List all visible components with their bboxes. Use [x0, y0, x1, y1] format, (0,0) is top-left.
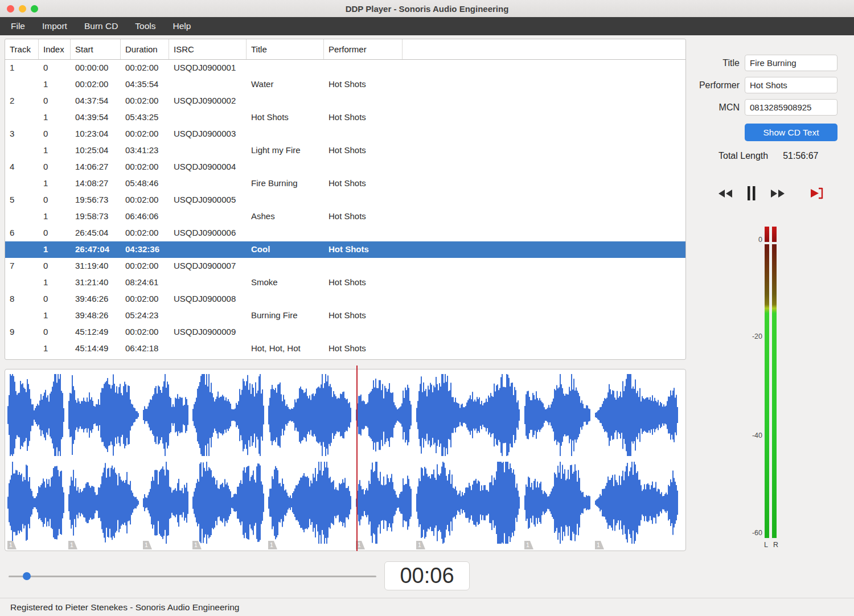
- window-title: DDP Player - Sonoris Audio Engineering: [0, 4, 854, 14]
- meter-bar-left: [765, 227, 769, 538]
- cell-index: 1: [39, 76, 71, 93]
- meter-scale-20: -20: [752, 332, 762, 340]
- position-slider[interactable]: [9, 572, 376, 581]
- cell-title: [247, 126, 324, 142]
- title-input[interactable]: [745, 55, 837, 71]
- column-header-isrc: ISRC: [169, 39, 247, 59]
- table-row[interactable]: 131:21:4008:24:61SmokeHot Shots: [5, 274, 685, 291]
- title-field-row: Title: [692, 55, 854, 71]
- waveform-track-segment[interactable]: 1: [524, 372, 591, 549]
- cell-performer: [324, 192, 403, 208]
- menu-burn-cd[interactable]: Burn CD: [76, 18, 126, 35]
- cell-track: 6: [5, 225, 39, 241]
- menu-help[interactable]: Help: [165, 18, 200, 35]
- cell-duration: 05:43:25: [121, 109, 169, 126]
- mcn-field-row: MCN: [692, 99, 854, 116]
- playhead[interactable]: [356, 366, 358, 551]
- waveform-track-segment[interactable]: 1: [68, 372, 139, 549]
- cell-duration: 00:02:00: [121, 126, 169, 142]
- meter-label-right: R: [773, 541, 778, 549]
- cell-isrc: USQDJ0900008: [169, 291, 247, 307]
- menu-tools[interactable]: Tools: [126, 18, 164, 35]
- table-row[interactable]: 2004:37:5400:02:00USQDJ0900002: [5, 93, 685, 109]
- mcn-input[interactable]: [745, 99, 837, 116]
- cell-performer: Hot Shots: [324, 241, 403, 258]
- waveform-track-segment[interactable]: 1: [595, 372, 678, 549]
- meter-bars: [765, 227, 777, 538]
- cell-isrc: USQDJ0900002: [169, 93, 247, 109]
- menu-import[interactable]: Import: [34, 18, 76, 35]
- meter-level-segment: [765, 244, 769, 538]
- menubar: File Import Burn CD Tools Help: [0, 17, 854, 35]
- waveform-track-segment[interactable]: 1: [143, 372, 188, 549]
- level-meter: 0 -20 -40 -60 L R: [715, 227, 794, 554]
- cell-isrc: USQDJ0900001: [169, 60, 247, 76]
- traffic-lights: [7, 0, 38, 17]
- cell-isrc: USQDJ0900005: [169, 192, 247, 208]
- cell-duration: 00:02:00: [121, 93, 169, 109]
- pause-icon: [747, 186, 756, 201]
- titlebar: DDP Player - Sonoris Audio Engineering: [0, 0, 854, 17]
- cell-title: Light my Fire: [247, 142, 324, 159]
- cell-start: 26:45:04: [71, 225, 121, 241]
- slider-track[interactable]: [9, 576, 376, 577]
- table-row[interactable]: 8039:46:2600:02:00USQDJ0900008: [5, 291, 685, 307]
- meter-scale-40: -40: [752, 432, 762, 440]
- fast-forward-button[interactable]: [770, 189, 786, 198]
- cell-track: 9: [5, 324, 39, 340]
- pause-button[interactable]: [747, 186, 756, 201]
- cell-track: 2: [5, 93, 39, 109]
- waveform-track-segment[interactable]: 1: [268, 372, 352, 549]
- zoom-button[interactable]: [31, 5, 38, 13]
- cell-performer: [324, 225, 403, 241]
- table-row[interactable]: 139:48:2605:24:23Burning FireHot Shots: [5, 307, 685, 324]
- table-row[interactable]: 145:14:4906:42:18Hot, Hot, HotHot Shots: [5, 340, 685, 357]
- table-row[interactable]: 9045:12:4900:02:00USQDJ0900009: [5, 324, 685, 340]
- cell-performer: [324, 291, 403, 307]
- play-to-marker-button[interactable]: [810, 187, 825, 200]
- cell-filler: [403, 307, 685, 324]
- close-button[interactable]: [7, 5, 14, 13]
- table-row[interactable]: 7031:19:4000:02:00USQDJ0900007: [5, 258, 685, 274]
- performer-input[interactable]: [745, 77, 837, 93]
- table-row[interactable]: 4014:06:2700:02:00USQDJ0900004: [5, 159, 685, 175]
- cell-duration: 00:02:00: [121, 225, 169, 241]
- menu-file[interactable]: File: [2, 18, 34, 35]
- cell-performer: Hot Shots: [324, 76, 403, 93]
- table-row[interactable]: 3010:23:0400:02:00USQDJ0900003: [5, 126, 685, 142]
- table-row[interactable]: 119:58:7306:46:06AshesHot Shots: [5, 208, 685, 225]
- minimize-button[interactable]: [19, 5, 26, 13]
- cell-filler: [403, 324, 685, 340]
- waveform-track-segment[interactable]: 1: [356, 372, 412, 549]
- cell-performer: Hot Shots: [324, 109, 403, 126]
- column-header-filler: [403, 39, 685, 59]
- cell-start: 10:25:04: [71, 142, 121, 159]
- cell-performer: [324, 126, 403, 142]
- cell-title: Ashes: [247, 208, 324, 225]
- cell-isrc: [169, 241, 247, 258]
- show-cd-text-button[interactable]: Show CD Text: [745, 124, 837, 141]
- waveform-track-segment[interactable]: 1: [7, 372, 64, 549]
- table-row[interactable]: 110:25:0403:41:23Light my FireHot Shots: [5, 142, 685, 159]
- table-row[interactable]: 6026:45:0400:02:00USQDJ0900006: [5, 225, 685, 241]
- table-row[interactable]: 5019:56:7300:02:00USQDJ0900005: [5, 192, 685, 208]
- cell-isrc: [169, 208, 247, 225]
- cell-duration: 08:24:61: [121, 274, 169, 291]
- table-row[interactable]: 100:02:0004:35:54WaterHot Shots: [5, 76, 685, 93]
- cell-duration: 06:46:06: [121, 208, 169, 225]
- cell-track: [5, 109, 39, 126]
- cell-duration: 04:32:36: [121, 241, 169, 258]
- waveform-panel[interactable]: 111111111: [5, 369, 686, 551]
- cell-filler: [403, 225, 685, 241]
- cell-isrc: USQDJ0900009: [169, 324, 247, 340]
- waveform-track-segment[interactable]: 1: [416, 372, 520, 549]
- rewind-button[interactable]: [717, 189, 733, 198]
- slider-thumb[interactable]: [23, 572, 31, 580]
- table-row[interactable]: 104:39:5405:43:25Hot ShotsHot Shots: [5, 109, 685, 126]
- cell-performer: [324, 93, 403, 109]
- table-row[interactable]: 1000:00:0000:02:00USQDJ0900001: [5, 60, 685, 76]
- table-row[interactable]: 114:08:2705:48:46Fire BurningHot Shots: [5, 175, 685, 192]
- table-row[interactable]: 126:47:0404:32:36CoolHot Shots: [5, 241, 685, 258]
- cell-track: [5, 340, 39, 357]
- waveform-track-segment[interactable]: 1: [192, 372, 264, 549]
